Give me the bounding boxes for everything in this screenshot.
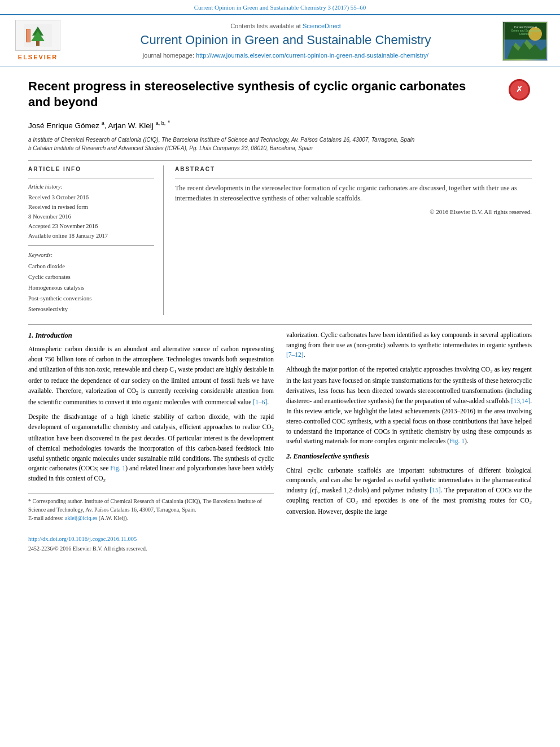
journal-title-header: Current Opinion in Green and Sustainable… — [75, 33, 497, 47]
keywords-label: Keywords: — [28, 251, 154, 259]
accepted-date: Accepted 23 November 2016 — [28, 222, 154, 231]
email-label: E-mail address: — [28, 515, 63, 521]
homepage-label: journal homepage: — [143, 52, 194, 59]
corresponding-asterisk: * — [168, 119, 170, 126]
keyword-1: Carbon dioxide — [28, 261, 154, 272]
journal-header-center: Contents lists available at ScienceDirec… — [75, 22, 497, 60]
copyright-line: © 2016 Elsevier B.V. All rights reserved… — [175, 208, 532, 216]
author1-superscript: a — [102, 120, 104, 126]
received-revised-date: 8 November 2016 — [28, 212, 154, 222]
publisher-logo-area: ELSEVIER — [7, 20, 69, 62]
right-paragraph-3: Chiral cyclic carbonate scaffolds are im… — [286, 466, 532, 517]
page-container: Current Opinion in Green and Sustainable… — [0, 0, 560, 564]
email-footnote: E-mail address: akleij@iciq.es (A.W. Kle… — [28, 514, 274, 522]
doi-link[interactable]: http://dx.doi.org/10.1016/j.cogsc.2016.1… — [28, 535, 274, 544]
article-info-column: ARTICLE INFO Article history: Received 3… — [28, 165, 164, 314]
ref-13-14-link[interactable]: [13,14] — [511, 397, 531, 404]
keywords-section: Keywords: Carbon dioxide Cyclic carbonat… — [28, 251, 154, 314]
fig1-link-left[interactable]: Fig. 1 — [110, 465, 125, 471]
sciencedirect-link[interactable]: ScienceDirect — [303, 23, 341, 29]
crossmark-icon: ✗ — [509, 79, 530, 101]
body-right-column: valorization. Cyclic carbonates have bee… — [286, 330, 532, 553]
author2-superscript: a, b, — [156, 120, 166, 126]
right-paragraph-2: Although the major portion of the report… — [286, 365, 532, 447]
available-online-date: Available online 18 January 2017 — [28, 231, 154, 241]
ref-7-12-link[interactable]: [7–12] — [286, 351, 304, 358]
abstract-column: ABSTRACT The recent developments in the … — [175, 165, 532, 314]
svg-rect-3 — [36, 41, 40, 46]
authors-line: José Enrique Gómez a, Arjan W. Kleij a, … — [28, 119, 532, 131]
ref-15-link[interactable]: [15] — [430, 487, 440, 493]
corresponding-footnote: * Corresponding author. Institute of Che… — [28, 497, 274, 514]
elsevier-brand-text: ELSEVIER — [18, 53, 58, 62]
email-link[interactable]: akleij@iciq.es — [65, 515, 97, 521]
body-left-column: 1. Introduction Atmospheric carbon dioxi… — [28, 330, 274, 553]
journal-citation: Current Opinion in Green and Sustainable… — [0, 0, 560, 14]
info-abstract-row: ARTICLE INFO Article history: Received 3… — [28, 165, 532, 314]
elsevier-tree-icon — [15, 20, 60, 51]
abstract-text: The recent developments in the stereosel… — [175, 183, 532, 203]
section1-heading: 1. Introduction — [28, 330, 274, 341]
received-revised-label: Received in revised form — [28, 203, 154, 212]
footnote-section: * Corresponding author. Institute of Che… — [28, 493, 274, 553]
abstract-header: ABSTRACT — [175, 165, 532, 173]
email-name: (A.W. Kleij). — [99, 515, 128, 521]
article-history-label: Article history: — [28, 183, 154, 191]
journal-homepage: journal homepage: http://www.journals.el… — [75, 51, 497, 60]
article-info-header: ARTICLE INFO — [28, 165, 154, 173]
crossmark-logo[interactable]: ✗ — [506, 78, 532, 101]
body-content: 1. Introduction Atmospheric carbon dioxi… — [28, 330, 532, 553]
section2-heading: 2. Enantioselective synthesis — [286, 451, 532, 462]
intro-paragraph-2: Despite the disadvantage of a high kinet… — [28, 412, 274, 486]
affiliation-a: a Institute of Chemical Research of Cata… — [28, 136, 532, 144]
journal-cover-image: Current Opinion in Green and Sustainable… — [502, 21, 548, 61]
keyword-3: Homogeneous catalysis — [28, 283, 154, 294]
citation-text: Current Opinion in Green and Sustainable… — [194, 4, 366, 11]
sciencedirect-label: Contents lists available at — [230, 23, 301, 29]
divider-abstract — [175, 178, 532, 178]
issn-line: 2452-2236/© 2016 Elsevier B.V. All right… — [28, 544, 274, 553]
divider-keywords — [28, 245, 154, 246]
svg-text:Chemistry: Chemistry — [519, 32, 532, 36]
keyword-4: Post-synthetic conversions — [28, 294, 154, 304]
article-title: Recent progress in stereoselective synth… — [28, 78, 491, 111]
intro-paragraph-1: Atmospheric carbon dioxide is an abundan… — [28, 344, 274, 408]
journal-cover-area: Current Opinion in Green and Sustainable… — [502, 21, 553, 61]
homepage-url-link[interactable]: http://www.journals.elsevier.com/current… — [196, 52, 428, 59]
article-title-section: Recent progress in stereoselective synth… — [28, 78, 532, 111]
divider-1 — [28, 160, 532, 161]
fig1-link-right[interactable]: Fig. 1 — [449, 438, 465, 444]
affiliations: a Institute of Chemical Research of Cata… — [28, 136, 532, 152]
affiliation-b: b Catalan Institute of Research and Adva… — [28, 144, 532, 152]
divider-info — [28, 178, 154, 178]
elsevier-logo: ELSEVIER — [7, 20, 69, 62]
journal-header: ELSEVIER Contents lists available at Sci… — [0, 14, 560, 67]
keyword-5: Stereoselectivity — [28, 304, 154, 315]
received-date-1: Received 3 October 2016 — [28, 193, 154, 203]
keyword-2: Cyclic carbonates — [28, 272, 154, 283]
right-paragraph-1: valorization. Cyclic carbonates have bee… — [286, 330, 532, 360]
sciencedirect-line: Contents lists available at ScienceDirec… — [75, 22, 497, 30]
ref-1-6-link[interactable]: [1–6] — [253, 399, 267, 405]
divider-body — [28, 324, 532, 325]
svg-rect-5 — [27, 29, 30, 42]
main-content: Recent progress in stereoselective synth… — [0, 67, 560, 564]
